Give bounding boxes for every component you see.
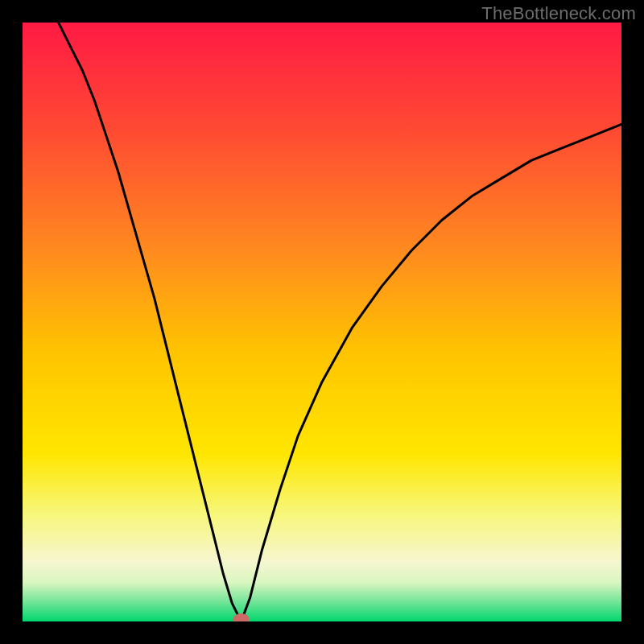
gradient-background [23, 23, 621, 621]
watermark-text: TheBottleneck.com [481, 3, 636, 24]
chart-svg [23, 23, 621, 621]
chart-plot-area [23, 23, 621, 621]
chart-frame: TheBottleneck.com [0, 0, 644, 644]
